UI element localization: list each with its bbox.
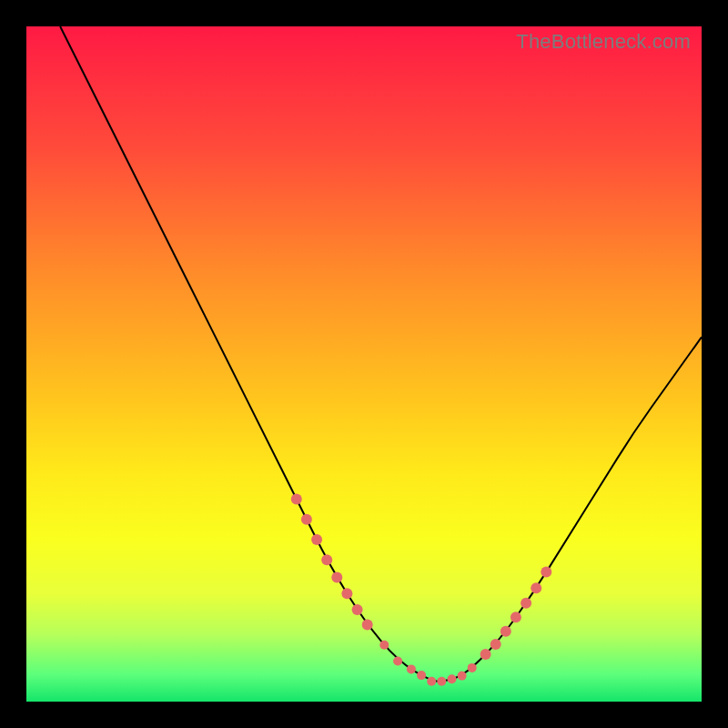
bottleneck-curve-svg [26, 26, 702, 702]
marker-dot [480, 649, 491, 660]
marker-dot [321, 554, 332, 565]
marker-dot [362, 619, 373, 630]
marker-dot [352, 604, 363, 615]
marker-dot [331, 572, 342, 583]
bottleneck-curve [60, 26, 702, 682]
marker-dot [521, 598, 531, 609]
marker-dot [407, 664, 416, 673]
marker-dot [531, 582, 541, 593]
marker-dot [393, 657, 402, 666]
marker-dot [417, 671, 426, 680]
marker-dot [341, 588, 352, 599]
marker-dot [291, 493, 302, 504]
marker-dots-group [291, 493, 552, 685]
chart-plot-area: TheBottleneck.com [26, 26, 702, 702]
marker-dot [511, 612, 521, 622]
marker-dot [427, 677, 436, 686]
marker-dot [500, 626, 511, 637]
marker-dot [437, 677, 446, 686]
marker-dot [311, 534, 322, 545]
marker-dot [541, 567, 551, 578]
marker-dot [490, 639, 501, 650]
marker-dot [468, 663, 477, 672]
marker-dot [379, 641, 389, 650]
marker-dot [448, 674, 457, 683]
marker-dot [301, 514, 312, 525]
marker-dot [458, 672, 467, 681]
